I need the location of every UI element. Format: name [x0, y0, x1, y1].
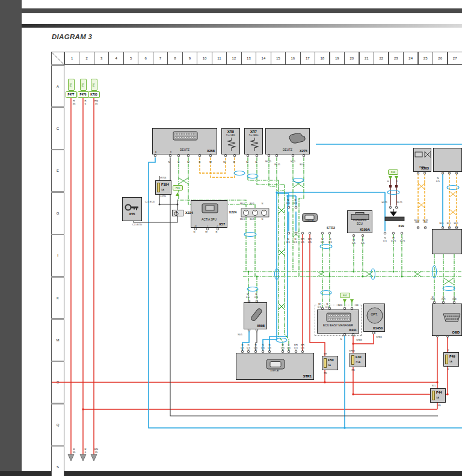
- wire-label: 2: [424, 173, 425, 175]
- wire-label: 4: [269, 350, 270, 352]
- wire-label: 1: [207, 225, 208, 227]
- wire-label: BR: [324, 353, 327, 356]
- wire-label: BR 0.5: [308, 238, 312, 243]
- wire-label: N 0.5: [286, 199, 290, 204]
- wire-label: H0.75: [381, 202, 387, 204]
- wire-label: M0.5: [439, 223, 443, 225]
- CASAPPA-title: CASAPPA ECU: [348, 219, 372, 225]
- green-tag-F476: F01: [80, 79, 87, 91]
- wire-label: M 0.5: [246, 293, 250, 299]
- F30-amp: 7.5A: [356, 361, 360, 364]
- wire-label: 79: [442, 227, 443, 228]
- XR8-ref: XR8: [222, 130, 239, 133]
- wire-label: VR706: [160, 177, 166, 180]
- component-X203: DXFX203: [413, 148, 431, 172]
- component-X1450: X1450OPT.: [363, 304, 385, 332]
- X508-ref: X508: [257, 324, 265, 328]
- wire-label: B0.5: [250, 203, 254, 206]
- F44-amp: 5A: [436, 396, 439, 399]
- wire-label: N 0.5: [294, 238, 297, 243]
- wire-label: 1: [362, 234, 363, 236]
- valve-icon: [414, 150, 431, 159]
- wire-label: M 0.75: [391, 237, 396, 242]
- wire-label: RN: [351, 370, 354, 372]
- wire-label: A: [155, 151, 156, 153]
- X1450-icon-text: OPT.: [364, 313, 384, 317]
- STR1-icon-label: DISPLAY: [236, 370, 313, 373]
- wire-label: M: [187, 161, 189, 164]
- wire-label: 47: [424, 227, 426, 228]
- component-X275: DEUTZX275: [265, 128, 310, 154]
- wire-label: N 0.5: [261, 344, 265, 349]
- gfuse-F476: F476: [78, 91, 89, 98]
- wire-label: M: [246, 161, 248, 164]
- component-ref-label: STR2: [327, 227, 335, 230]
- XR8-subtitle: Proc CANh: [222, 134, 239, 136]
- diagram-page: DIAGRAM 3 123456789101112131415161718192…: [0, 0, 462, 476]
- key-icon: [125, 204, 140, 212]
- wire-label: N0.5: [238, 334, 242, 337]
- wire-label: N 0.5: [286, 238, 290, 243]
- wire-label: 2: [354, 335, 356, 337]
- tag-text: F01: [93, 83, 95, 87]
- fuse-F49: F495A: [443, 352, 459, 367]
- wire-label: B0.35 #809: [423, 220, 428, 224]
- F184-amp: 5A: [161, 188, 164, 191]
- gfuse-K700: K700: [88, 91, 100, 98]
- wire-label: 1: [295, 350, 296, 352]
- wire-label: 1: [375, 333, 376, 335]
- wire-label: 26: [417, 227, 419, 228]
- component-X508: X508: [244, 302, 267, 329]
- component-XR7: XR7Proc CANlo: [244, 128, 263, 154]
- wire-label: R: [448, 369, 449, 371]
- XR7-ref: XR7: [245, 130, 262, 133]
- X224S-icon-text: 4: [176, 212, 177, 215]
- wire-label: N: [193, 231, 195, 234]
- fuse-F184: F1845A: [155, 180, 171, 195]
- antenna-icon: [385, 209, 404, 221]
- wire-label: M0.5: [454, 223, 458, 225]
- wire-label: M0.35: [265, 161, 271, 163]
- wire-label: B 0.5: [287, 344, 291, 349]
- green-tag-F01-0: F01: [173, 185, 183, 191]
- wire-label: BR 0.5: [301, 238, 304, 243]
- wire-label: BR 0.5: [294, 344, 298, 349]
- fuse-element-icon: [351, 355, 354, 365]
- wire-label: 21: [242, 350, 244, 352]
- wire-label: N 0.5: [268, 344, 271, 349]
- wire-label: H: [387, 181, 389, 183]
- wire-label: M0.5: [291, 161, 295, 163]
- wire-label: C4720: [160, 196, 166, 198]
- wire-label: M: [223, 161, 226, 164]
- wire-label: M 0.5: [318, 303, 321, 308]
- wire-label: S/HBS: [376, 337, 382, 338]
- wire-label: R 6: [84, 448, 86, 454]
- wire-label: M 0.5: [281, 344, 285, 349]
- F50-label: F50: [328, 358, 334, 362]
- wire-label: 9: [442, 173, 443, 175]
- component-DISP2: DISPLAY: [301, 213, 318, 223]
- fuse-element-icon: [432, 391, 435, 400]
- wire-label: R#1: [432, 385, 436, 388]
- wire-label: RN 35: [94, 448, 98, 454]
- wire-label: 80: [448, 227, 450, 228]
- wire-label: 19: [288, 350, 290, 352]
- blue-wires: [149, 144, 462, 429]
- CASAPPA-ref: X109A: [360, 228, 370, 231]
- obd-icon: [442, 313, 461, 323]
- wire-label: 2: [217, 225, 218, 227]
- wire-label: N: [262, 203, 263, 206]
- wire-label: 3: [397, 208, 398, 210]
- X55-ref: X55: [123, 212, 141, 216]
- wire-label: 3: [248, 302, 250, 304]
- X258-ref: X258: [207, 149, 215, 153]
- resistor-icon: [225, 137, 238, 151]
- wire-label: R 35: [73, 448, 76, 454]
- wire-label: B0.5: [300, 164, 304, 166]
- wire-label: B: [178, 161, 180, 164]
- fuse-element-icon: [157, 183, 160, 192]
- tag-arrow-icon: [350, 299, 354, 303]
- wire-label: 27: [263, 212, 265, 213]
- wire-label: B: [256, 161, 257, 164]
- OBD-ref: OBD: [452, 331, 460, 334]
